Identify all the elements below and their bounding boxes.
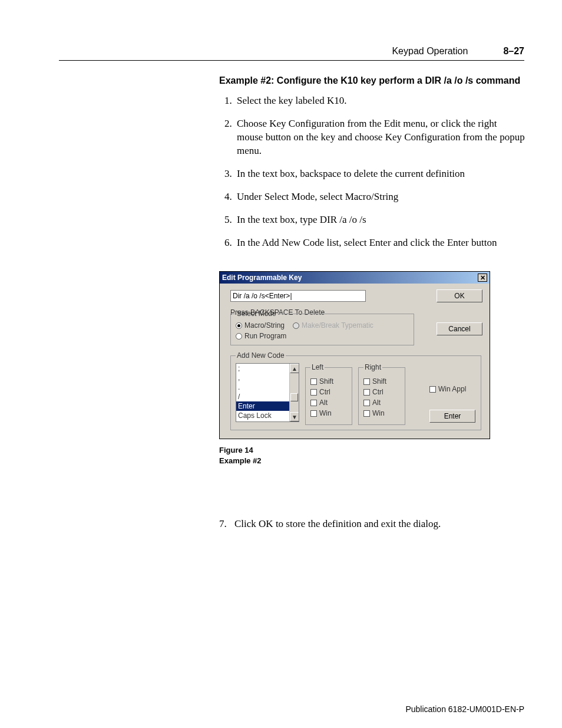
step-item: In the text box, backspace to delete the…: [234, 167, 525, 181]
right-legend: Right: [363, 363, 382, 371]
code-listbox[interactable]: ; , . / Enter Caps Lock ▲ ▼: [236, 363, 299, 422]
header-page-number: 8–27: [503, 46, 524, 57]
right-modifiers-group: Right Shift Ctrl Alt Win: [358, 363, 405, 425]
dialog-screenshot: Edit Programmable Key ✕ OK Press BACKSPA…: [219, 271, 490, 466]
checkbox-win-appl[interactable]: Win Appl: [429, 385, 482, 393]
checkbox-left-ctrl[interactable]: Ctrl: [310, 388, 347, 396]
header-section: Keypad Operation: [392, 46, 468, 57]
left-modifiers-group: Left Shift Ctrl Alt Win: [305, 363, 352, 425]
listbox-scrollbar[interactable]: ▲ ▼: [289, 364, 299, 421]
edit-programmable-key-dialog: Edit Programmable Key ✕ OK Press BACKSPA…: [219, 271, 490, 439]
list-item-selected[interactable]: Enter: [236, 401, 289, 411]
step-item: Under Select Mode, select Macro/String: [234, 190, 525, 204]
definition-input[interactable]: [230, 290, 366, 302]
step-item: Choose Key Configuration from the Edit m…: [234, 117, 525, 158]
radio-label: Make/Break Typematic: [302, 321, 373, 330]
select-mode-group: Select Mode Macro/String Make/Break Type…: [230, 309, 414, 345]
list-item[interactable]: ;: [236, 364, 289, 373]
list-item[interactable]: /: [236, 392, 289, 401]
scroll-thumb[interactable]: [290, 393, 298, 401]
radio-run-program[interactable]: Run Program: [236, 332, 409, 340]
checkbox-right-shift[interactable]: Shift: [363, 377, 400, 386]
example-heading: Example #2: Configure the K10 key perfor…: [219, 75, 525, 86]
checkbox-right-win[interactable]: Win: [363, 409, 400, 417]
step-item: In the text box, type DIR /a /o /s: [234, 213, 525, 227]
radio-make-break-typematic: Make/Break Typematic: [293, 321, 373, 330]
add-new-code-legend: Add New Code: [236, 351, 286, 360]
step-7: 7.Click OK to store the definition and e…: [219, 518, 525, 531]
checkbox-right-ctrl[interactable]: Ctrl: [363, 388, 400, 396]
radio-label: Macro/String: [244, 321, 285, 330]
ok-button[interactable]: OK: [437, 289, 482, 302]
cancel-button[interactable]: Cancel: [437, 322, 482, 335]
checkbox-left-alt[interactable]: Alt: [310, 398, 347, 407]
step-item: Select the key labeled K10.: [234, 94, 525, 108]
page: Keypad Operation 8–27 Example #2: Config…: [0, 0, 562, 728]
list-item[interactable]: Caps Lock: [236, 411, 289, 420]
figure-title: Example #2: [219, 456, 490, 466]
dialog-title: Edit Programmable Key: [222, 274, 478, 282]
steps-list: Select the key labeled K10. Choose Key C…: [219, 94, 525, 250]
step-item: In the Add New Code list, select Enter a…: [234, 236, 525, 250]
figure-caption: Figure 14 Example #2: [219, 445, 490, 466]
scroll-down-icon[interactable]: ▼: [290, 412, 299, 421]
figure-number: Figure 14: [219, 445, 490, 456]
list-item[interactable]: .: [236, 383, 289, 392]
checkbox-left-shift[interactable]: Shift: [310, 377, 347, 386]
body-column: Example #2: Configure the K10 key perfor…: [219, 75, 525, 259]
scroll-up-icon[interactable]: ▲: [290, 364, 299, 373]
enter-button[interactable]: Enter: [429, 410, 475, 423]
dialog-titlebar: Edit Programmable Key ✕: [220, 272, 490, 284]
running-header: Keypad Operation 8–27: [59, 46, 524, 61]
radio-label: Run Program: [244, 332, 286, 340]
checkbox-left-win[interactable]: Win: [310, 409, 347, 417]
publication-footer: Publication 6182-UM001D-EN-P: [405, 704, 524, 714]
left-legend: Left: [310, 363, 325, 371]
select-mode-legend: Select Mode: [236, 309, 277, 318]
checkbox-right-alt[interactable]: Alt: [363, 398, 400, 407]
list-item[interactable]: ,: [236, 373, 289, 383]
radio-macro-string[interactable]: Macro/String: [236, 321, 285, 330]
close-icon[interactable]: ✕: [478, 274, 487, 282]
